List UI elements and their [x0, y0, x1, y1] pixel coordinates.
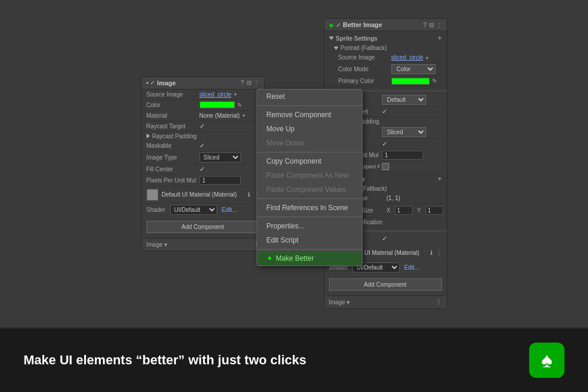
material-info-icon[interactable]: ℹ [248, 191, 250, 198]
right-source-image-link[interactable]: sliced_circle [391, 54, 423, 61]
right-panel-checkbox[interactable]: ✓ [336, 22, 341, 28]
right-menu-icon[interactable]: ⋮ [436, 22, 442, 28]
color-value: ✎ [200, 101, 260, 108]
right-add-component-btn[interactable]: Add Component [329, 278, 442, 291]
menu-copy-component[interactable]: Copy Component [257, 154, 362, 168]
material-thumbnail [147, 189, 158, 201]
right-help-icon[interactable]: ? [423, 22, 427, 28]
right-material-select[interactable]: Default [382, 95, 426, 105]
menu-remove[interactable]: Remove Component [257, 108, 362, 122]
material-asset-name: Default UI Material (Material) [162, 191, 244, 198]
xy-row: X Y [387, 205, 443, 216]
right-fill-center-value: ✓ [382, 140, 442, 148]
help-icon[interactable]: ? [241, 79, 244, 86]
portrait-triangle [334, 46, 338, 50]
source-image-label: Source Image [147, 91, 200, 98]
right-pixels-input[interactable] [382, 151, 423, 160]
pixels-input[interactable] [200, 176, 241, 185]
pixels-label: Pixels Per Unit Mul [147, 177, 200, 184]
right-material-options-icon[interactable]: ⋮ [436, 250, 442, 256]
image-type-select[interactable]: Sliced [200, 152, 241, 162]
right-material-info-icon[interactable]: ℹ [430, 250, 433, 256]
fill-center-label: Fill Center [147, 166, 200, 172]
fill-center-row: Fill Center ✓ [142, 164, 264, 175]
fill-center-checkmark[interactable]: ✓ [200, 165, 205, 173]
current-value-text: (1, 1) [387, 195, 400, 201]
spade-icon: ♠ [541, 348, 552, 373]
pixels-value [200, 176, 260, 185]
raycast-checkmark[interactable]: ✓ [200, 122, 205, 130]
menu-paste-as-new[interactable]: Paste Component As New [257, 168, 362, 182]
menu-sep-1 [257, 105, 362, 106]
source-image-link[interactable]: sliced_circle [200, 91, 231, 98]
raycast-triangle [147, 134, 150, 138]
maskable-checkmark[interactable]: ✓ [200, 142, 205, 150]
fill-center-value: ✓ [200, 165, 260, 173]
primary-color-swatch[interactable] [391, 78, 430, 85]
menu-edit-script[interactable]: Edit Script [257, 233, 362, 247]
right-maskable-check[interactable]: ✓ [382, 235, 387, 242]
color-mode-row: Color Mode Color [329, 63, 442, 76]
maskable-label: Maskable [147, 142, 200, 149]
right-settings-icon[interactable]: ⊟ [429, 22, 434, 28]
x-input[interactable] [395, 206, 413, 215]
edit-shader-link[interactable]: Edit... [222, 207, 237, 213]
panel-checkbox[interactable]: ▪ ✓ [147, 79, 155, 86]
keep-border-checkbox[interactable] [382, 163, 389, 170]
menu-make-better[interactable]: ✦ Make Better [257, 251, 362, 265]
sprite-settings-plus[interactable]: + [437, 34, 441, 42]
y-input-wrap: Y [417, 206, 443, 215]
color-mode-select[interactable]: Color [391, 64, 436, 74]
right-panel-header: ◆ ✓ Better Image ? ⊟ ⋮ [324, 19, 447, 31]
source-image-value: sliced_circle ● [200, 91, 260, 98]
sprite-settings-triangle [329, 36, 334, 40]
left-panel-header: ▪ ✓ Image ? ⊟ ⋮ [142, 77, 264, 89]
menu-sep-5 [257, 249, 362, 250]
sprite-settings-section: Sprite Settings + Portrait (Fallback) So… [324, 31, 447, 88]
sprite-settings-label: Sprite Settings [336, 35, 378, 42]
make-better-label: Make Better [276, 254, 314, 263]
right-panel-icons: ? ⊟ ⋮ [423, 22, 442, 28]
menu-icon[interactable]: ⋮ [254, 79, 260, 86]
settings-icon[interactable]: ⊟ [247, 79, 251, 86]
source-image-row: Source Image sliced_circle ● [142, 89, 264, 100]
right-raycast-check[interactable]: ✓ [382, 108, 387, 115]
current-value-val: (1, 1) [387, 195, 437, 201]
menu-move-up[interactable]: Move Up [257, 122, 362, 136]
menu-find-refs[interactable]: Find References In Scene [257, 201, 362, 215]
left-panel-icons: ? ⊟ ⋮ [241, 79, 260, 86]
right-edit-link[interactable]: Edit... [404, 264, 420, 271]
material-asset-row: Default UI Material (Material) ℹ ⋮ [142, 187, 264, 204]
right-panel-footer: Image ▾ ⋮ [324, 295, 447, 308]
right-panel-title: Better Image [343, 21, 383, 28]
app-icon: ♠ [529, 343, 564, 378]
source-image-dot: ● [234, 91, 237, 97]
x-input-wrap: X [387, 206, 413, 215]
menu-reset[interactable]: Reset [257, 89, 362, 104]
left-panel-title: Image [157, 79, 176, 87]
portrait-fallback-label: Portrait (Fallback) [341, 45, 387, 51]
menu-sep-3 [257, 198, 362, 199]
main-area: ▪ ✓ Image ? ⊟ ⋮ Source Image sliced_circ… [0, 0, 588, 327]
menu-properties[interactable]: Properties... [257, 219, 362, 233]
context-menu: Reset Remove Component Move Up Move Down… [257, 89, 363, 266]
sprite-settings-header: Sprite Settings + [329, 33, 442, 44]
primary-color-pencil[interactable]: ✎ [432, 78, 437, 84]
menu-move-down[interactable]: Move Down [257, 136, 362, 150]
y-label: Y [417, 207, 424, 214]
color-label: Color [147, 102, 200, 108]
border-scale-plus[interactable]: + [437, 175, 441, 183]
color-swatch[interactable] [200, 101, 235, 108]
shader-select[interactable]: UI/Default [170, 205, 217, 215]
right-fill-checkmark[interactable]: ✓ [382, 140, 387, 148]
primary-color-row: Primary Color ✎ [329, 76, 442, 87]
right-footer-icon[interactable]: ⋮ [436, 298, 442, 306]
image-type-value: Sliced [200, 152, 260, 162]
material-dot: ● [242, 112, 245, 118]
right-image-type-select[interactable]: Sliced [382, 127, 426, 137]
y-input[interactable] [426, 206, 443, 215]
add-component-btn[interactable]: Add Component [147, 221, 260, 233]
menu-paste-values[interactable]: Paste Component Values [257, 182, 362, 197]
color-pencil[interactable]: ✎ [237, 102, 242, 108]
color-mode-value: Color [391, 64, 437, 74]
